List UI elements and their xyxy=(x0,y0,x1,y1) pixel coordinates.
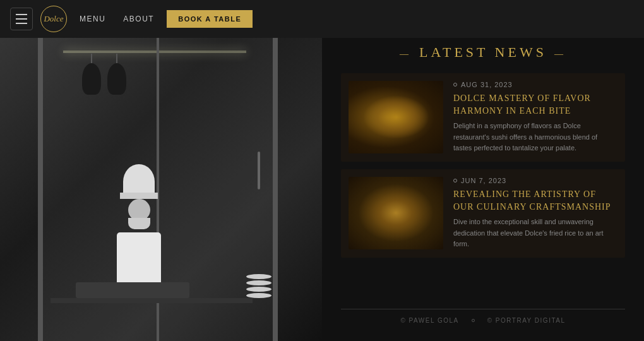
counter-top xyxy=(51,298,253,303)
nav-menu[interactable]: MENU xyxy=(80,15,105,23)
section-title: LATEST NEWS xyxy=(341,44,625,61)
news-card-2[interactable]: JUN 7, 2023 REVEALING THE ARTISTRY OF OU… xyxy=(341,169,625,258)
chef-figure xyxy=(101,164,177,290)
news-thumb-1 xyxy=(349,81,443,153)
right-panel: LATEST NEWS AUG 31, 2023 DOLCE MASTERY O… xyxy=(322,0,644,341)
date-dot-1 xyxy=(453,83,457,87)
news-list: AUG 31, 2023 DOLCE MASTERY OF FLAVOR HAR… xyxy=(341,73,625,309)
plate-1 xyxy=(246,274,271,279)
nav-links: MENU ABOUT xyxy=(80,15,154,23)
news-content-1: AUG 31, 2023 DOLCE MASTERY OF FLAVOR HAR… xyxy=(453,81,617,154)
plate-3 xyxy=(246,287,271,292)
book-table-button[interactable]: BOOK A TABLE xyxy=(167,10,253,28)
food-noodles-image xyxy=(349,81,443,153)
hamburger-button[interactable] xyxy=(10,8,33,30)
door-handle xyxy=(258,152,260,189)
plate-2 xyxy=(246,280,271,285)
plates-stack xyxy=(246,273,271,298)
news-title-1: DOLCE MASTERY OF FLAVOR HARMONY IN EACH … xyxy=(453,92,617,117)
news-card-1[interactable]: AUG 31, 2023 DOLCE MASTERY OF FLAVOR HAR… xyxy=(341,73,625,162)
nav-about[interactable]: ABOUT xyxy=(123,15,154,23)
tray-item xyxy=(76,282,189,298)
news-date-1: AUG 31, 2023 xyxy=(453,81,617,88)
chef-mask xyxy=(128,218,150,229)
news-desc-1: Delight in a symphony of flavors as Dolc… xyxy=(453,121,617,154)
footer: © PAWEL GOLA © PORTRAY DIGITAL xyxy=(341,309,625,332)
news-content-2: JUN 7, 2023 REVEALING THE ARTISTRY OF OU… xyxy=(453,177,617,250)
kitchen-photo-panel xyxy=(0,0,322,341)
footer-right: © PORTRAY DIGITAL xyxy=(487,317,566,324)
date-dot-2 xyxy=(453,179,457,182)
hanging-item-2 xyxy=(107,63,126,95)
news-thumb-2 xyxy=(349,177,443,249)
food-rice-image xyxy=(349,177,443,249)
logo-text: Dolce xyxy=(44,14,63,24)
plate-4 xyxy=(246,293,271,298)
footer-left: © PAWEL GOLA xyxy=(400,317,458,324)
news-date-2: JUN 7, 2023 xyxy=(453,177,617,184)
main-container: LATEST NEWS AUG 31, 2023 DOLCE MASTERY O… xyxy=(0,0,644,341)
hanging-item-1 xyxy=(82,63,101,95)
logo[interactable]: Dolce xyxy=(40,6,67,32)
footer-dot xyxy=(472,319,475,322)
kitchen-photo xyxy=(0,0,322,341)
hanging-items xyxy=(82,63,126,95)
chef-hat xyxy=(123,164,155,199)
news-desc-2: Dive into the exceptional skill and unwa… xyxy=(453,217,617,250)
news-title-2: REVEALING THE ARTISTRY OF OUR CULINARY C… xyxy=(453,188,617,213)
navigation: Dolce MENU ABOUT BOOK A TABLE xyxy=(0,0,644,38)
